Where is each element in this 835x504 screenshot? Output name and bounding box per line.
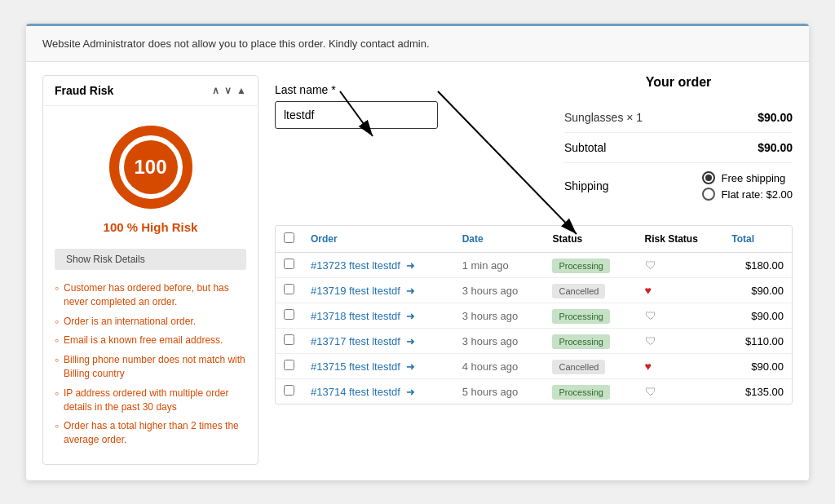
risk-item: ◦Order is an international order. <box>55 315 246 329</box>
orders-tbody: #13723 ftest ltestdf ➜ 1 min ago Process… <box>276 253 792 405</box>
date-cell: 3 hours ago <box>454 303 545 329</box>
status-cell: Cancelled <box>544 278 636 303</box>
status-cell: Processing <box>544 329 636 354</box>
select-all-checkbox[interactable] <box>284 232 294 243</box>
free-shipping-label: Free shipping <box>722 172 786 184</box>
form-section: Last name * <box>275 83 532 209</box>
risk-bullet-icon: ◦ <box>55 419 59 433</box>
status-badge: Cancelled <box>552 284 605 298</box>
row-checkbox-0[interactable] <box>284 259 294 269</box>
row-checkbox-1[interactable] <box>284 284 294 294</box>
total-col-header[interactable]: Total <box>723 226 792 253</box>
status-cell: Processing <box>544 379 636 405</box>
order-col-header[interactable]: Order <box>303 226 454 253</box>
row-checkbox-cell <box>276 354 303 379</box>
shipping-options: Free shipping Flat rate: $2.00 <box>702 171 793 201</box>
risk-heart-icon: ♥ <box>645 284 652 297</box>
order-link-0[interactable]: #13723 ftest ltestdf <box>311 259 400 272</box>
order-link-1[interactable]: #13719 ftest ltestdf <box>311 285 400 297</box>
order-number-cell: #13718 ftest ltestdf ➜ <box>303 303 454 329</box>
risk-item: ◦Customer has ordered before, but has ne… <box>55 281 246 309</box>
shipping-label: Shipping <box>564 179 609 192</box>
risk-item: ◦IP address ordered with multiple order … <box>55 387 246 414</box>
order-number-cell: #13719 ftest ltestdf ➜ <box>303 278 454 303</box>
show-risk-details-btn[interactable]: Show Risk Details <box>55 249 246 270</box>
order-product-label: Sunglasses × 1 <box>564 111 643 124</box>
total-cell: $180.00 <box>723 253 792 278</box>
order-arrow-icon: ➜ <box>406 310 415 322</box>
close-panel-btn[interactable]: ▲ <box>236 85 246 96</box>
date-cell: 4 hours ago <box>454 354 545 379</box>
risk-item-text: Order is an international order. <box>64 315 196 329</box>
order-number-cell: #13715 ftest ltestdf ➜ <box>303 354 454 379</box>
status-cell: Processing <box>544 253 636 278</box>
risk-item-text: Order has a total higher than 2 times th… <box>64 419 246 447</box>
main-container: Website Administrator does not allow you… <box>26 24 809 480</box>
order-arrow-icon: ➜ <box>406 386 415 398</box>
total-cell: $110.00 <box>723 329 792 354</box>
risk-bullet-icon: ◦ <box>55 387 59 400</box>
fraud-panel-title: Fraud Risk <box>55 84 113 97</box>
risk-shield-icon: 🛡 <box>645 259 656 272</box>
order-link-2[interactable]: #13718 ftest ltestdf <box>311 310 400 322</box>
your-order-title: Your order <box>564 75 793 90</box>
flat-rate-option[interactable]: Flat rate: $2.00 <box>702 188 793 201</box>
risk-item: ◦Email is a known free email address. <box>55 334 246 347</box>
table-row: #13723 ftest ltestdf ➜ 1 min ago Process… <box>276 253 792 278</box>
total-cell: $135.00 <box>723 379 792 405</box>
risk-item-text: Email is a known free email address. <box>64 334 223 347</box>
date-cell: 3 hours ago <box>454 278 545 303</box>
row-checkbox-4[interactable] <box>284 360 294 370</box>
admin-notice: Website Administrator does not allow you… <box>26 26 809 62</box>
table-row: #13717 ftest ltestdf ➜ 3 hours ago Proce… <box>276 329 792 354</box>
order-link-3[interactable]: #13717 ftest ltestdf <box>311 335 400 347</box>
order-section: Last name * Your order Sunglasses × 1 $9… <box>275 75 793 209</box>
risk-label: 100 % High Risk <box>104 220 198 234</box>
status-badge: Cancelled <box>552 360 605 374</box>
donut-chart: 100 <box>106 122 196 212</box>
order-row-product: Sunglasses × 1 $90.00 <box>564 103 793 133</box>
orders-table-container: Order Date Status Risk Status Total #137… <box>275 225 793 405</box>
risk-bullet-icon: ◦ <box>55 281 59 295</box>
row-checkbox-5[interactable] <box>284 385 294 396</box>
row-checkbox-3[interactable] <box>284 334 294 345</box>
table-row: #13714 ftest ltestdf ➜ 5 hours ago Proce… <box>276 379 792 405</box>
table-row: #13718 ftest ltestdf ➜ 3 hours ago Proce… <box>276 303 792 329</box>
order-number-cell: #13717 ftest ltestdf ➜ <box>303 329 454 354</box>
flat-rate-label: Flat rate: $2.00 <box>722 188 793 201</box>
subtotal-value: $90.00 <box>758 141 793 154</box>
right-area: Last name * Your order Sunglasses × 1 $9… <box>275 75 793 465</box>
flat-rate-radio[interactable] <box>702 188 715 201</box>
row-checkbox-cell <box>276 278 303 303</box>
risk-status-cell: ♥ <box>637 354 724 379</box>
total-cell: $90.00 <box>723 354 792 379</box>
content-area: Fraud Risk ∧ ∨ ▲ 100 100 % High Risk <box>26 62 809 478</box>
collapse-down-btn[interactable]: ∨ <box>224 85 232 96</box>
risk-bullet-icon: ◦ <box>55 353 59 367</box>
fraud-score-number: 100 <box>134 156 166 179</box>
risk-shield-icon: 🛡 <box>645 309 656 322</box>
risk-shield-icon: 🛡 <box>645 334 656 347</box>
free-shipping-option[interactable]: Free shipping <box>702 171 793 184</box>
last-name-input[interactable] <box>275 101 438 129</box>
row-checkbox-2[interactable] <box>284 309 294 320</box>
table-row: #13715 ftest ltestdf ➜ 4 hours ago Cance… <box>276 354 792 379</box>
order-number-cell: #13723 ftest ltestdf ➜ <box>303 253 454 278</box>
status-cell: Cancelled <box>544 354 636 379</box>
risk-item-text: Customer has ordered before, but has nev… <box>64 281 246 309</box>
status-badge: Processing <box>552 385 609 400</box>
risk-item-text: Billing phone number does not match with… <box>64 353 246 381</box>
row-checkbox-cell <box>276 329 303 354</box>
risk-status-cell: 🛡 <box>637 303 724 329</box>
date-col-header[interactable]: Date <box>454 226 545 253</box>
risk-bullet-icon: ◦ <box>55 334 59 347</box>
order-link-4[interactable]: #13715 ftest ltestdf <box>311 360 400 373</box>
order-link-5[interactable]: #13714 ftest ltestdf <box>311 386 400 398</box>
date-cell: 5 hours ago <box>454 379 545 405</box>
risk-item: ◦Billing phone number does not match wit… <box>55 353 246 381</box>
free-shipping-radio[interactable] <box>702 171 715 184</box>
collapse-up-btn[interactable]: ∧ <box>212 85 219 96</box>
row-checkbox-cell <box>276 303 303 329</box>
table-row: #13719 ftest ltestdf ➜ 3 hours ago Cance… <box>276 278 792 303</box>
risk-status-cell: ♥ <box>637 278 724 303</box>
